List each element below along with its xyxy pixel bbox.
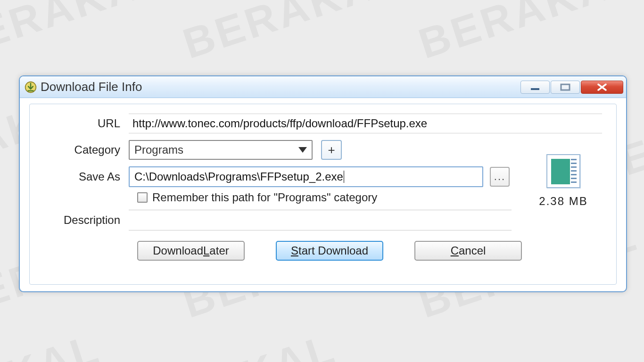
download-file-info-dialog: Download File Info URL http://www.tonec.… bbox=[19, 75, 627, 292]
description-input[interactable] bbox=[129, 210, 512, 230]
saveas-input[interactable]: C:\Downloads\Programs\FFPsetup_2.exe bbox=[129, 166, 483, 187]
category-selected-value: Programs bbox=[134, 143, 183, 156]
titlebar[interactable]: Download File Info bbox=[20, 76, 626, 98]
svg-rect-1 bbox=[28, 90, 34, 91]
text-caret bbox=[344, 171, 344, 183]
saveas-label: Save As bbox=[44, 170, 129, 183]
category-select[interactable]: Programs bbox=[129, 140, 313, 160]
watermark: BERAKAL bbox=[177, 0, 408, 68]
background: BERAKAL BERAKAL BERAKAL BERAKAL BERAKAL … bbox=[0, 0, 644, 362]
svg-rect-3 bbox=[561, 84, 570, 90]
svg-rect-2 bbox=[531, 88, 539, 90]
watermark: BERAKAL bbox=[0, 0, 173, 68]
remember-path-checkbox[interactable] bbox=[137, 192, 148, 203]
cancel-button[interactable]: Cancel bbox=[414, 241, 522, 261]
close-button[interactable] bbox=[581, 81, 623, 94]
file-size: 2.38 MB bbox=[530, 195, 596, 208]
watermark: BERAKAL bbox=[111, 324, 342, 362]
watermark: BERAKAL bbox=[413, 0, 644, 68]
minimize-button[interactable] bbox=[520, 81, 550, 94]
category-label: Category bbox=[44, 143, 129, 156]
file-info: 2.38 MB bbox=[530, 154, 596, 208]
maximize-button[interactable] bbox=[551, 81, 580, 94]
download-later-button[interactable]: Download Later bbox=[137, 241, 245, 261]
url-label: URL bbox=[44, 117, 129, 130]
app-icon bbox=[25, 81, 37, 93]
watermark: BERAKAL bbox=[0, 324, 107, 362]
browse-button[interactable]: ... bbox=[490, 167, 510, 187]
remember-path-label: Remember this path for "Programs" catego… bbox=[152, 191, 377, 204]
saveas-value: C:\Downloads\Programs\FFPsetup_2.exe bbox=[134, 170, 343, 183]
url-value: http://www.tonec.com/products/ffp/downlo… bbox=[129, 114, 602, 133]
file-type-icon bbox=[546, 154, 580, 188]
chevron-down-icon bbox=[298, 147, 307, 153]
description-label: Description bbox=[44, 214, 129, 227]
dialog-title: Download File Info bbox=[41, 80, 142, 94]
add-category-button[interactable]: + bbox=[321, 140, 342, 160]
start-download-button[interactable]: Start Download bbox=[276, 241, 383, 261]
dialog-content: URL http://www.tonec.com/products/ffp/do… bbox=[29, 104, 617, 285]
